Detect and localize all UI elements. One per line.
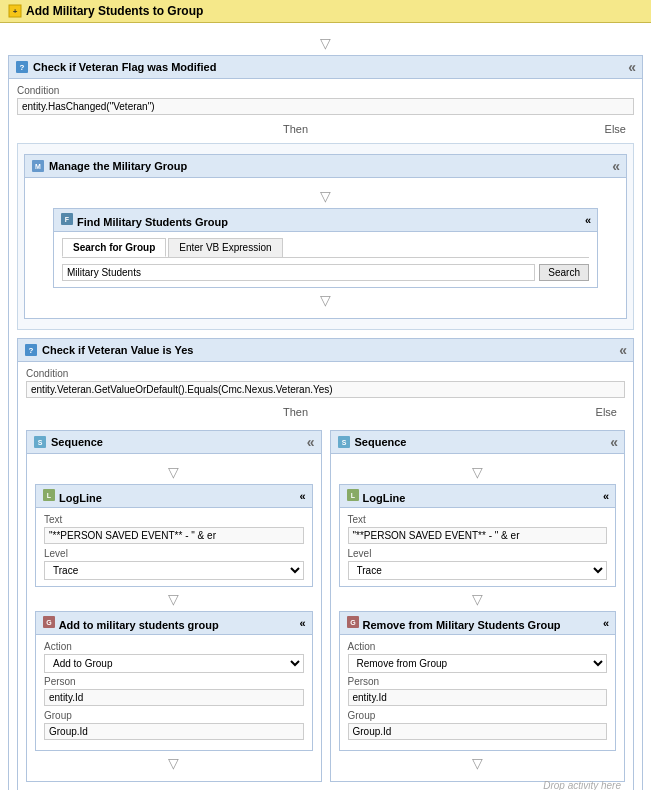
else-label-2: Else xyxy=(557,406,617,418)
then-label: Then xyxy=(25,123,566,135)
svg-text:G: G xyxy=(350,619,356,626)
right-logline-text-value: "**PERSON SAVED EVENT** - " & er xyxy=(348,527,608,544)
left-logline-icon: L xyxy=(42,488,56,502)
collapse-check-veteran-flag[interactable]: « xyxy=(628,59,636,75)
find-military-group-label: Find Military Students Group xyxy=(77,216,228,228)
svg-text:?: ? xyxy=(20,63,25,72)
left-logline-content: Text "**PERSON SAVED EVENT** - " & er Le… xyxy=(36,508,312,586)
left-sequence-section: S Sequence « ▽ xyxy=(26,430,322,782)
find-military-group-header: F Find Military Students Group « xyxy=(54,209,597,232)
right-logline-section: L LogLine « Text xyxy=(339,484,617,587)
add-group-value: Group.Id xyxy=(44,723,304,740)
search-group-input[interactable] xyxy=(62,264,535,281)
check-veteran-value-header: ? Check if Veteran Value is Yes « xyxy=(18,339,633,362)
add-group-section: G Add to military students group « xyxy=(35,611,313,751)
collapse-check-veteran-value[interactable]: « xyxy=(619,342,627,358)
two-col-sequences: S Sequence « ▽ xyxy=(26,426,625,786)
remove-group-label: Remove from Military Students Group xyxy=(363,619,561,631)
left-sequence-icon: S xyxy=(33,435,47,449)
check-veteran-flag-label: Check if Veteran Flag was Modified xyxy=(33,61,216,73)
right-sequence-section: S Sequence « ▽ xyxy=(330,430,626,782)
add-group-icon: G xyxy=(42,615,56,629)
right-sequence-content: ▽ L xyxy=(331,454,625,781)
left-logline-header: L LogLine « xyxy=(36,485,312,508)
svg-text:S: S xyxy=(38,439,43,446)
then-label-2: Then xyxy=(34,406,557,418)
arrow-right-seq: ▽ xyxy=(339,464,617,480)
right-logline-level-select[interactable]: Trace Debug Info Warning Error xyxy=(348,561,608,580)
find-military-group-content: Search for Group Enter VB Expression Sea… xyxy=(54,232,597,287)
main-canvas: ▽ ? Check if Veteran Flag was Modified «… xyxy=(0,23,651,790)
left-logline-label: LogLine xyxy=(59,492,102,504)
right-logline-header: L LogLine « xyxy=(340,485,616,508)
right-logline-content: Text "**PERSON SAVED EVENT** - " & er Le… xyxy=(340,508,616,586)
remove-group-section: G Remove from Military Students Group « xyxy=(339,611,617,751)
tab-enter-vb-expression[interactable]: Enter VB Expression xyxy=(168,238,282,257)
left-logline-text-label: Text xyxy=(44,514,304,525)
left-logline-level-select[interactable]: Trace Debug Info Warning Error xyxy=(44,561,304,580)
arrow-manage-bottom: ▽ xyxy=(33,292,618,308)
svg-text:M: M xyxy=(35,163,41,170)
svg-text:S: S xyxy=(341,439,346,446)
manage-military-group-header: M Manage the Military Group « xyxy=(25,155,626,178)
add-group-header: G Add to military students group « xyxy=(36,612,312,635)
title-bar: + Add Military Students to Group xyxy=(0,0,651,23)
arrow-left-add-bottom: ▽ xyxy=(35,755,313,771)
remove-action-select[interactable]: Add to Group Remove from Group xyxy=(348,654,608,673)
arrow-left-logline-bottom: ▽ xyxy=(35,591,313,607)
remove-group-value: Group.Id xyxy=(348,723,608,740)
title-icon: + xyxy=(8,4,22,18)
left-sequence-col: S Sequence « ▽ xyxy=(26,426,322,786)
condition-value-2: entity.Veteran.GetValueOrDefault().Equal… xyxy=(26,381,625,398)
svg-text:L: L xyxy=(350,492,355,499)
arrow-left-seq: ▽ xyxy=(35,464,313,480)
right-sequence-label: Sequence xyxy=(355,436,407,448)
right-logline-level-label: Level xyxy=(348,548,608,559)
collapse-left-logline[interactable]: « xyxy=(299,490,305,502)
collapse-manage-military[interactable]: « xyxy=(612,158,620,174)
right-logline-text-label: Text xyxy=(348,514,608,525)
remove-group-header: G Remove from Military Students Group « xyxy=(340,612,616,635)
arrow-top: ▽ xyxy=(8,35,643,51)
condition-label: Condition xyxy=(17,85,634,96)
left-sequence-label: Sequence xyxy=(51,436,103,448)
svg-text:?: ? xyxy=(29,346,34,355)
manage-group-icon: M xyxy=(31,159,45,173)
right-logline-icon: L xyxy=(346,488,360,502)
check-veteran-flag-section: ? Check if Veteran Flag was Modified « C… xyxy=(8,55,643,790)
add-person-value: entity.Id xyxy=(44,689,304,706)
add-action-select[interactable]: Add to Group Remove from Group xyxy=(44,654,304,673)
check-veteran-flag-content: Condition entity.HasChanged("Veteran") T… xyxy=(9,79,642,790)
left-logline-text-value: "**PERSON SAVED EVENT** - " & er xyxy=(44,527,304,544)
collapse-add-group[interactable]: « xyxy=(299,617,305,629)
manage-military-group-section: M Manage the Military Group « ▽ xyxy=(24,154,627,319)
remove-group-lbl: Group xyxy=(348,710,608,721)
tab-search-for-group[interactable]: Search for Group xyxy=(62,238,166,257)
remove-person-label: Person xyxy=(348,676,608,687)
left-logline-section: L LogLine « Text xyxy=(35,484,313,587)
check-veteran-value-label: Check if Veteran Value is Yes xyxy=(42,344,193,356)
remove-group-content: Action Add to Group Remove from Group xyxy=(340,635,616,750)
add-group-label: Add to military students group xyxy=(59,619,219,631)
collapse-remove-group[interactable]: « xyxy=(603,617,609,629)
find-group-tabs: Search for Group Enter VB Expression xyxy=(62,238,589,258)
right-sequence-icon: S xyxy=(337,435,351,449)
collapse-right-sequence[interactable]: « xyxy=(610,434,618,450)
check-veteran-value-section: ? Check if Veteran Value is Yes « Condit… xyxy=(17,338,634,790)
left-sequence-header: S Sequence « xyxy=(27,431,321,454)
svg-text:F: F xyxy=(65,216,70,223)
search-group-button[interactable]: Search xyxy=(539,264,589,281)
arrow-manage: ▽ xyxy=(33,188,618,204)
left-sequence-content: ▽ L xyxy=(27,454,321,781)
manage-military-group-content: ▽ F Find Military Students Group xyxy=(25,178,626,318)
collapse-find-group[interactable]: « xyxy=(585,214,591,226)
arrow-right-remove-bottom: ▽ xyxy=(339,755,617,771)
find-group-icon: F xyxy=(60,212,74,226)
add-group-lbl: Group xyxy=(44,710,304,721)
collapse-right-logline[interactable]: « xyxy=(603,490,609,502)
add-action-label: Action xyxy=(44,641,304,652)
remove-group-icon: G xyxy=(346,615,360,629)
check-veteran-flag-icon: ? xyxy=(15,60,29,74)
collapse-left-sequence[interactable]: « xyxy=(307,434,315,450)
check-veteran-value-wrapper: ? Check if Veteran Value is Yes « Condit… xyxy=(17,338,634,790)
